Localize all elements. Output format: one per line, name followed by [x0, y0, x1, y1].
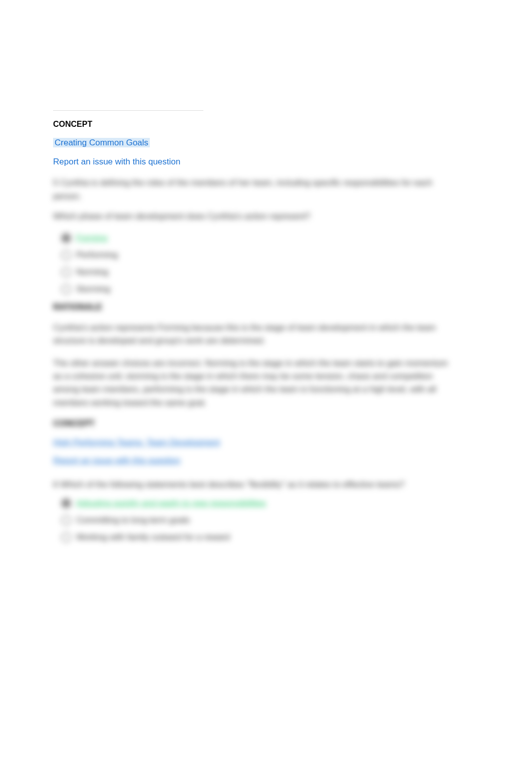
rationale-paragraph: The other answer choices are incorrect. … — [53, 357, 454, 410]
radio-icon — [61, 515, 71, 525]
rationale-paragraph: Cynthia's action represents Forming beca… — [53, 321, 454, 348]
option-forming[interactable]: Forming — [61, 233, 454, 243]
radio-selected-icon — [61, 233, 71, 243]
option-label: Working with family outward for a reward — [76, 532, 230, 542]
radio-icon — [61, 532, 71, 542]
radio-icon — [61, 250, 71, 260]
option-storming[interactable]: Storming — [61, 284, 454, 294]
rationale-heading: RATIONALE — [53, 302, 454, 312]
radio-selected-icon — [61, 498, 71, 508]
blurred-section: 5 Cynthia is defining the roles of the m… — [53, 176, 454, 542]
options-group: Forming Performing Norming Storming — [61, 233, 454, 294]
concept-heading: CONCEPT — [53, 120, 454, 129]
options-group: Adjusting quickly and easily to new resp… — [61, 498, 454, 542]
radio-icon — [61, 284, 71, 294]
option-flexibility-3[interactable]: Working with family outward for a reward — [61, 532, 454, 542]
option-flexibility-2[interactable]: Committing to long-term goals — [61, 515, 454, 525]
question-number: 5 — [53, 178, 58, 187]
option-flexibility-1[interactable]: Adjusting quickly and easily to new resp… — [61, 498, 454, 508]
concept-link[interactable]: Creating Common Goals — [53, 138, 454, 148]
concept-link-text: Creating Common Goals — [53, 138, 150, 147]
option-label: Forming — [76, 233, 107, 243]
option-label: Storming — [76, 284, 110, 294]
option-performing[interactable]: Performing — [61, 250, 454, 260]
question-text: Which phase of team development does Cyn… — [53, 210, 454, 223]
question-scenario: Cynthia is defining the roles of the mem… — [53, 178, 432, 201]
question-number: 6 — [53, 480, 58, 489]
question-prompt: 5 Cynthia is defining the roles of the m… — [53, 176, 454, 203]
option-label: Norming — [76, 267, 108, 277]
question-text: Which of the following statements best d… — [60, 480, 404, 489]
divider — [53, 110, 203, 111]
concept-heading: CONCEPT — [53, 419, 454, 429]
report-issue-link[interactable]: Report an issue with this question — [53, 456, 454, 466]
option-label: Performing — [76, 250, 118, 260]
option-norming[interactable]: Norming — [61, 267, 454, 277]
document-content: CONCEPT Creating Common Goals Report an … — [53, 110, 454, 550]
concept-link[interactable]: High Performing Teams: Team Development — [53, 438, 454, 448]
radio-icon — [61, 267, 71, 277]
option-label: Adjusting quickly and easily to new resp… — [76, 498, 266, 508]
question-prompt: 6 Which of the following statements best… — [53, 478, 454, 491]
option-label: Committing to long-term goals — [76, 515, 190, 525]
report-issue-link[interactable]: Report an issue with this question — [53, 157, 454, 167]
